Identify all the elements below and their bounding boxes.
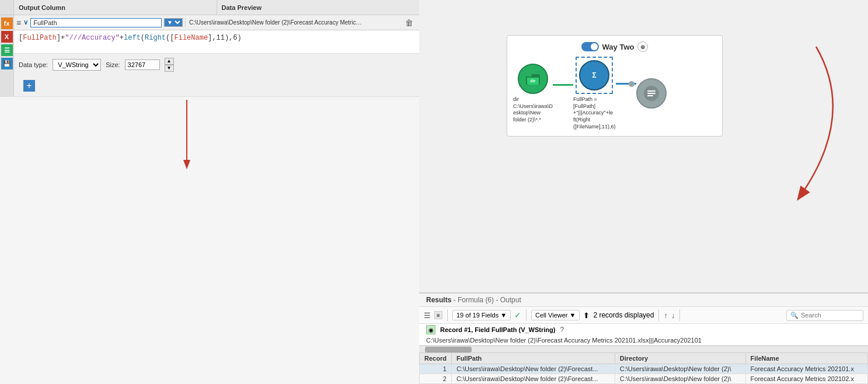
dir-node-icon[interactable]: dir — [518, 64, 548, 94]
search-input[interactable] — [801, 312, 859, 319]
scrollbar-thumb[interactable] — [425, 347, 472, 352]
workflow-toggle-button[interactable] — [581, 42, 599, 51]
horizontal-scrollbar[interactable] — [419, 345, 868, 352]
connector-line-1 — [553, 84, 573, 86]
field-type-indicator: ∨ — [23, 19, 28, 26]
toolbar-separator-2 — [526, 309, 527, 321]
delete-row-button[interactable]: 🗑 — [405, 18, 413, 27]
formula-node: Σ FullPath =[FullPath]+"|||Accuracy"+lef… — [573, 57, 616, 130]
connector-2 — [616, 83, 636, 87]
column-type-select[interactable]: ▼ — [164, 18, 183, 27]
connector-1 — [553, 84, 573, 86]
dir-node-label: dirC:\Users\irawa\Desktop\Newfolder (2)\… — [513, 96, 553, 124]
output-column-header: Output Column — [14, 0, 217, 15]
save-icon-btn[interactable]: 💾 — [1, 58, 13, 69]
size-label: Size: — [106, 61, 120, 68]
add-row-button[interactable]: + — [23, 80, 35, 92]
table-row: 1 C:\Users\irawa\Desktop\New folder (2)\… — [420, 364, 868, 374]
datatype-row: Data type: V_WString Size: ▲ ▼ — [14, 54, 419, 75]
toolbar-separator-4 — [679, 309, 680, 321]
records-count: 2 records displayed — [593, 311, 654, 319]
expression-icon-btn[interactable]: X — [1, 31, 13, 43]
search-icon: 🔍 — [790, 312, 799, 319]
workflow-expand-button[interactable]: ⊕ — [637, 41, 648, 52]
check-icon[interactable]: ✓ — [514, 310, 521, 320]
workflow-node-container: Way Two ⊕ dir — [507, 35, 723, 137]
cell-fullpath-2: C:\Users\irawa\Desktop\New folder (2)\Fo… — [451, 374, 615, 384]
size-stepper[interactable]: ▲ ▼ — [165, 58, 174, 72]
size-down-button[interactable]: ▼ — [165, 65, 174, 72]
datatype-select[interactable]: V_WString — [53, 59, 101, 71]
svg-rect-3 — [526, 74, 532, 76]
size-up-button[interactable]: ▲ — [165, 58, 174, 65]
col-header-filename[interactable]: FileName — [745, 353, 867, 364]
formula-node-label: FullPath =[FullPath]+"|||Accuracy"+left(… — [573, 96, 616, 130]
cell-record-1: 1 — [420, 364, 452, 374]
file-path-display: C:\Users\irawa\Desktop\New folder (2)\Fo… — [186, 17, 417, 29]
results-table: Record FullPath Directory FileName 1 C:\… — [419, 352, 868, 384]
left-main-content: ≡ ∨ ▼ C:\Users\irawa\Desktop\New folder … — [14, 15, 419, 96]
right-panel: Way Two ⊕ dir — [419, 0, 868, 384]
cell-directory-2: C:\Users\irawa\Desktop\New folder (2)\ — [615, 374, 745, 384]
fields-dropdown[interactable]: 19 of 19 Fields ▼ — [452, 310, 511, 320]
workflow-title: Way Two ⊕ — [513, 41, 716, 52]
results-section: Results - Formula (6) - Output ☰ ≡ 19 of… — [419, 292, 868, 384]
formula-icon-btn[interactable]: fx — [1, 18, 13, 29]
column-row: fx X ☰ 💾 ≡ ∨ ▼ C:\Use — [0, 15, 419, 96]
fullpath-row: ≡ ∨ ▼ C:\Users\irawa\Desktop\New folder … — [14, 15, 419, 30]
formula-expression: [FullPath]+"///Accuracy"+left(Right([Fil… — [19, 34, 242, 42]
record-display-row: ◉ Record #1, Field FullPath (V_WString) … — [419, 324, 868, 336]
svg-text:Σ: Σ — [592, 71, 597, 79]
sort-down-icon[interactable]: ↓ — [671, 311, 675, 320]
column-name-input[interactable] — [30, 18, 162, 27]
record-value: C:\Users\irawa\Desktop\New folder (2)\Fo… — [419, 336, 868, 345]
sort-up-icon[interactable]: ↑ — [664, 311, 668, 320]
cell-filename-2: Forecast Accuracy Metrics 202102.x — [745, 374, 867, 384]
record-info: Record #1, Field FullPath (V_WString) — [440, 326, 555, 333]
cell-fullpath-1: C:\Users\irawa\Desktop\New folder (2)\Fo… — [451, 364, 615, 374]
results-header: Results - Formula (6) - Output — [419, 294, 868, 307]
connector-dot-2 — [629, 81, 635, 87]
output-node — [636, 78, 667, 109]
data-preview-header: Data Preview — [217, 4, 420, 11]
filter-icon[interactable]: ≡ — [434, 311, 442, 319]
svg-text:dir: dir — [531, 79, 536, 83]
formula-icon-svg: Σ — [586, 67, 602, 83]
dir-icon-svg: dir — [525, 71, 541, 87]
left-side-icons: fx X ☰ 💾 — [0, 15, 14, 96]
table-row: 2 C:\Users\irawa\Desktop\New folder (2)\… — [420, 374, 868, 384]
results-toolbar: ☰ ≡ 19 of 19 Fields ▼ ✓ Cell Viewer ▼ ⬆ — [419, 307, 868, 324]
drag-handle-icon: ≡ — [16, 18, 21, 27]
output-node-icon[interactable] — [636, 78, 667, 109]
record-status-icon: ◉ — [426, 325, 435, 334]
formula-node-icon[interactable]: Σ — [579, 60, 609, 90]
results-table-container: Record FullPath Directory FileName 1 C:\… — [419, 352, 868, 384]
workflow-nodes: dir dirC:\Users\irawa\Desktop\Newfolder … — [513, 57, 716, 130]
output-icon-svg — [643, 85, 660, 102]
size-input[interactable] — [125, 60, 160, 70]
search-box: 🔍 — [786, 310, 863, 321]
cell-directory-1: C:\Users\irawa\Desktop\New folder (2)\ — [615, 364, 745, 374]
datatype-label: Data type: — [19, 61, 48, 68]
toolbar-separator-1 — [447, 309, 448, 321]
left-lower-area — [0, 96, 419, 384]
funnel-icon[interactable]: ⬆ — [583, 311, 590, 320]
cell-viewer-dropdown[interactable]: Cell Viewer ▼ — [531, 310, 580, 320]
column-header-row: Output Column Data Preview — [0, 0, 419, 15]
workflow-canvas: Way Two ⊕ dir — [419, 0, 868, 292]
cell-filename-1: Forecast Accuracy Metrics 202101.x — [745, 364, 867, 374]
formula-dashed-box: Σ — [576, 57, 613, 94]
record-help-icon[interactable]: ? — [560, 326, 564, 334]
col-header-fullpath[interactable]: FullPath — [451, 353, 615, 364]
cell-record-2: 2 — [420, 374, 452, 384]
toolbar-separator-3 — [658, 309, 659, 321]
left-red-arrow-svg — [0, 97, 419, 384]
fullpath-field: ≡ ∨ ▼ — [16, 18, 186, 27]
formula-bar[interactable]: [FullPath]+"///Accuracy"+left(Right([Fil… — [14, 30, 419, 54]
col-header-directory[interactable]: Directory — [615, 353, 745, 364]
table-icon-btn[interactable]: ☰ — [1, 44, 13, 56]
add-row-container: + — [14, 75, 419, 96]
col-header-record[interactable]: Record — [420, 353, 452, 364]
list-icon[interactable]: ☰ — [424, 311, 431, 320]
dir-node: dir dirC:\Users\irawa\Desktop\Newfolder … — [513, 64, 553, 124]
